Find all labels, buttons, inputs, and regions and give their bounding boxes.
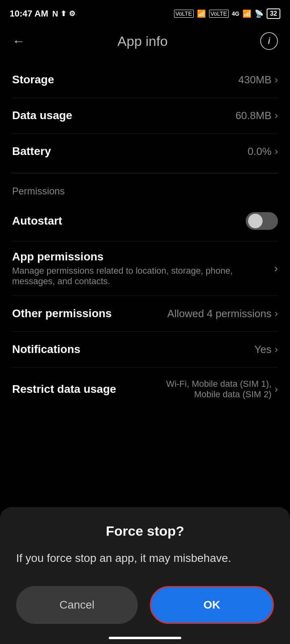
battery-chevron: › bbox=[275, 146, 278, 157]
restrict-data-value: Wi-Fi, Mobile data (SIM 1), Mobile data … bbox=[165, 379, 271, 400]
app-permissions-sub: Manage permissions related to location, … bbox=[12, 266, 233, 286]
autostart-label: Autostart bbox=[12, 215, 62, 227]
permissions-section: Autostart App permissions Manage permiss… bbox=[0, 201, 290, 411]
notifications-label: Notifications bbox=[12, 343, 81, 356]
data-usage-chevron: › bbox=[275, 110, 278, 121]
notification-icons: N ⬆ ⚙ bbox=[52, 9, 75, 19]
notifications-value-group: Yes › bbox=[255, 343, 278, 356]
storage-row[interactable]: Storage 430MB › bbox=[12, 62, 278, 98]
settings-icon: ⚙ bbox=[69, 9, 75, 18]
battery-label: Battery bbox=[12, 145, 51, 158]
n-icon: N bbox=[52, 9, 58, 19]
section-divider bbox=[12, 173, 278, 173]
notifications-value: Yes bbox=[255, 343, 271, 356]
signal2-icon: 📶 bbox=[242, 9, 251, 18]
cancel-button[interactable]: Cancel bbox=[16, 586, 138, 624]
dialog-buttons: Cancel OK bbox=[16, 586, 274, 624]
data-usage-value: 60.8MB bbox=[235, 109, 271, 122]
restrict-data-value-group: Wi-Fi, Mobile data (SIM 1), Mobile data … bbox=[165, 379, 278, 400]
app-permissions-chevron: › bbox=[274, 262, 278, 275]
top-nav-bar: ← App info i bbox=[0, 24, 290, 58]
status-bar: 10:47 AM N ⬆ ⚙ VoLTE 📶 VoLTE 4G 📶 📡 32 bbox=[0, 0, 290, 24]
battery-indicator: 32 bbox=[267, 8, 280, 19]
force-stop-dialog: Force stop? If you force stop an app, it… bbox=[0, 507, 290, 644]
restrict-data-row[interactable]: Restrict data usage Wi-Fi, Mobile data (… bbox=[12, 367, 278, 411]
autostart-row[interactable]: Autostart bbox=[12, 201, 278, 242]
back-button[interactable]: ← bbox=[12, 34, 25, 49]
app-permissions-row[interactable]: App permissions Manage permissions relat… bbox=[12, 242, 278, 296]
data-usage-label: Data usage bbox=[12, 109, 72, 122]
app-permissions-text: App permissions Manage permissions relat… bbox=[12, 250, 274, 287]
battery-value-group: 0.0% › bbox=[248, 145, 278, 158]
dialog-title: Force stop? bbox=[16, 523, 274, 539]
toggle-thumb bbox=[248, 214, 263, 228]
other-permissions-value: Allowed 4 permissions bbox=[167, 308, 271, 320]
volte2-icon: VoLTE bbox=[209, 10, 229, 18]
status-time: 10:47 AM N ⬆ ⚙ bbox=[10, 8, 75, 19]
storage-value-group: 430MB › bbox=[238, 74, 278, 86]
status-right-icons: VoLTE 📶 VoLTE 4G 📶 📡 32 bbox=[174, 8, 280, 19]
battery-percent: 32 bbox=[270, 10, 277, 17]
storage-value: 430MB bbox=[238, 74, 271, 86]
notifications-row[interactable]: Notifications Yes › bbox=[12, 332, 278, 367]
wifi-icon: 📡 bbox=[255, 9, 263, 18]
autostart-toggle[interactable] bbox=[246, 212, 278, 230]
time-display: 10:47 AM bbox=[10, 8, 48, 19]
permissions-section-label: Permissions bbox=[0, 178, 290, 201]
battery-row[interactable]: Battery 0.0% › bbox=[12, 134, 278, 169]
notifications-chevron: › bbox=[275, 344, 278, 355]
storage-chevron: › bbox=[275, 74, 278, 85]
4g-icon: 4G bbox=[232, 10, 240, 17]
data-usage-row[interactable]: Data usage 60.8MB › bbox=[12, 98, 278, 134]
home-bar bbox=[109, 637, 181, 639]
ok-button[interactable]: OK bbox=[150, 586, 274, 624]
other-permissions-chevron: › bbox=[275, 308, 278, 319]
dialog-body: If you force stop an app, it may misbeha… bbox=[16, 550, 274, 566]
info-icon: i bbox=[268, 36, 270, 46]
info-button[interactable]: i bbox=[260, 32, 278, 50]
other-permissions-label: Other permissions bbox=[12, 307, 112, 320]
data-usage-value-group: 60.8MB › bbox=[235, 109, 278, 122]
other-permissions-row[interactable]: Other permissions Allowed 4 permissions … bbox=[12, 296, 278, 332]
other-permissions-value-group: Allowed 4 permissions › bbox=[167, 308, 278, 320]
storage-label: Storage bbox=[12, 73, 54, 86]
main-settings: Storage 430MB › Data usage 60.8MB › Batt… bbox=[0, 62, 290, 169]
restrict-data-chevron: › bbox=[275, 384, 278, 395]
app-permissions-label: App permissions bbox=[12, 250, 274, 263]
volte-icon: VoLTE bbox=[174, 10, 194, 18]
signal1-icon: 📶 bbox=[197, 9, 206, 18]
upload-icon: ⬆ bbox=[60, 9, 66, 18]
restrict-data-label: Restrict data usage bbox=[12, 383, 116, 396]
page-title: App info bbox=[118, 33, 168, 49]
battery-value: 0.0% bbox=[248, 145, 271, 158]
